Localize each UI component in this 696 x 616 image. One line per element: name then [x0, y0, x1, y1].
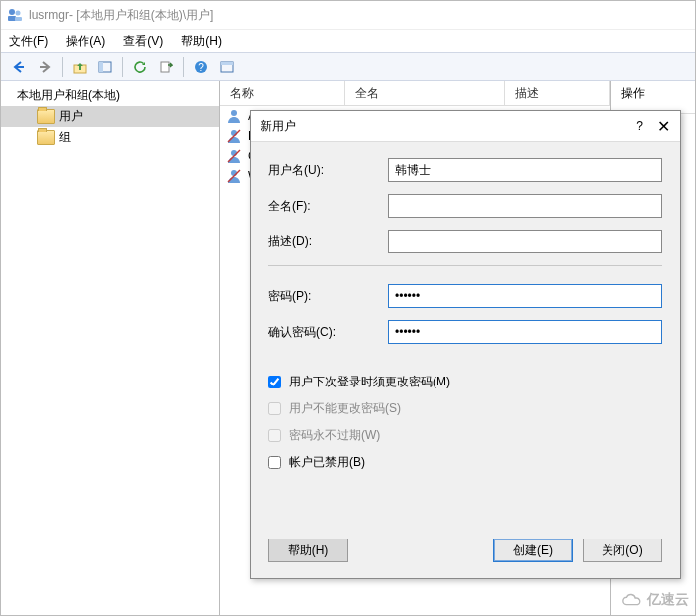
confirm-password-label: 确认密码(C):	[268, 324, 388, 341]
toolbar: ?	[1, 52, 695, 81]
dialog-titlebar: 新用户 ? ✕	[251, 111, 680, 142]
svg-point-2	[16, 11, 21, 16]
cloud-icon	[621, 593, 643, 607]
help-button[interactable]: ?	[189, 55, 213, 78]
cannot-change-password-label: 用户不能更改密码(S)	[289, 400, 401, 417]
toolbar-sep	[183, 57, 184, 77]
close-button[interactable]: 关闭(O)	[583, 539, 662, 562]
dialog-title: 新用户	[261, 118, 296, 135]
must-change-password-box[interactable]	[268, 376, 281, 388]
must-change-password-label: 用户下次登录时须更改密码(M)	[289, 374, 450, 390]
lusrmgr-window: lusrmgr - [本地用户和组(本地)\用户] 文件(F) 操作(A) 查看…	[0, 0, 696, 616]
account-disabled-checkbox[interactable]: 帐户已禁用(B)	[268, 454, 662, 471]
username-label: 用户名(U):	[268, 162, 388, 179]
close-icon[interactable]: ✕	[657, 117, 670, 136]
refresh-button[interactable]	[128, 55, 152, 78]
tree-root[interactable]: 本地用户和组(本地)	[1, 85, 219, 106]
watermark: 亿速云	[621, 591, 689, 609]
must-change-password-checkbox[interactable]: 用户下次登录时须更改密码(M)	[268, 374, 662, 390]
folder-icon	[37, 109, 55, 124]
app-icon	[7, 7, 23, 23]
up-button[interactable]	[68, 55, 91, 78]
desc-input[interactable]	[388, 230, 662, 253]
toolbar-sep	[122, 57, 123, 77]
tree-users-label: 用户	[59, 108, 83, 125]
new-user-dialog: 新用户 ? ✕ 用户名(U): 全名(F): 描述(D): 密码(P):	[250, 110, 681, 579]
col-desc[interactable]: 描述	[505, 81, 610, 105]
export-list-button[interactable]	[154, 55, 178, 78]
confirm-password-input[interactable]	[388, 320, 662, 344]
back-button[interactable]	[7, 55, 31, 78]
dialog-body: 用户名(U): 全名(F): 描述(D): 密码(P): 确认密码(C):	[251, 142, 680, 471]
user-icon	[226, 168, 242, 184]
user-icon	[226, 128, 242, 144]
svg-rect-11	[221, 62, 233, 65]
help-button[interactable]: 帮助(H)	[268, 539, 348, 562]
menu-action[interactable]: 操作(A)	[66, 33, 105, 50]
title-bar: lusrmgr - [本地用户和组(本地)\用户]	[1, 1, 695, 29]
tree-root-label: 本地用户和组(本地)	[17, 87, 120, 104]
svg-text:?: ?	[198, 62, 204, 73]
never-expire-label: 密码永不过期(W)	[289, 427, 380, 444]
account-disabled-box[interactable]	[268, 456, 281, 469]
password-label: 密码(P):	[268, 288, 388, 305]
menu-file[interactable]: 文件(F)	[9, 33, 48, 50]
svg-rect-3	[15, 17, 22, 21]
svg-point-0	[9, 9, 15, 15]
dialog-help-icon[interactable]: ?	[636, 119, 643, 133]
watermark-text: 亿速云	[647, 591, 689, 609]
forward-button[interactable]	[33, 55, 57, 78]
menu-bar: 文件(F) 操作(A) 查看(V) 帮助(H)	[1, 29, 695, 52]
fullname-label: 全名(F):	[268, 198, 388, 215]
show-hide-tree-button[interactable]	[93, 55, 117, 78]
never-expire-checkbox: 密码永不过期(W)	[268, 427, 662, 444]
toolbar-sep	[62, 57, 63, 77]
dialog-footer: 帮助(H) 创建(E) 关闭(O)	[268, 539, 662, 562]
user-icon	[226, 148, 242, 164]
tree-groups-label: 组	[59, 129, 71, 146]
menu-help[interactable]: 帮助(H)	[181, 33, 222, 50]
account-disabled-label: 帐户已禁用(B)	[289, 454, 365, 471]
title-app: lusrmgr	[29, 8, 69, 22]
svg-rect-6	[99, 62, 103, 72]
separator	[268, 265, 662, 266]
never-expire-box	[268, 429, 281, 442]
create-button[interactable]: 创建(E)	[493, 539, 573, 562]
menu-view[interactable]: 查看(V)	[123, 33, 163, 50]
fullname-input[interactable]	[388, 194, 662, 218]
svg-rect-7	[161, 62, 169, 72]
col-name[interactable]: 名称	[220, 81, 345, 105]
svg-rect-1	[8, 16, 16, 21]
user-icon	[226, 108, 242, 124]
list-header: 名称 全名 描述	[220, 81, 610, 106]
tree-groups[interactable]: 组	[1, 127, 219, 148]
cannot-change-password-box	[268, 402, 281, 415]
password-input[interactable]	[388, 284, 662, 308]
username-input[interactable]	[388, 158, 662, 182]
cannot-change-password-checkbox: 用户不能更改密码(S)	[268, 400, 662, 417]
tree-users[interactable]: 用户	[1, 106, 219, 127]
view-button[interactable]	[215, 55, 239, 78]
title-suffix: - [本地用户和组(本地)\用户]	[69, 7, 213, 24]
folder-icon	[37, 130, 55, 145]
desc-label: 描述(D):	[268, 233, 388, 250]
tree-pane[interactable]: 本地用户和组(本地) 用户 组	[1, 81, 220, 616]
svg-point-14	[231, 110, 237, 116]
col-fullname[interactable]: 全名	[345, 81, 505, 105]
